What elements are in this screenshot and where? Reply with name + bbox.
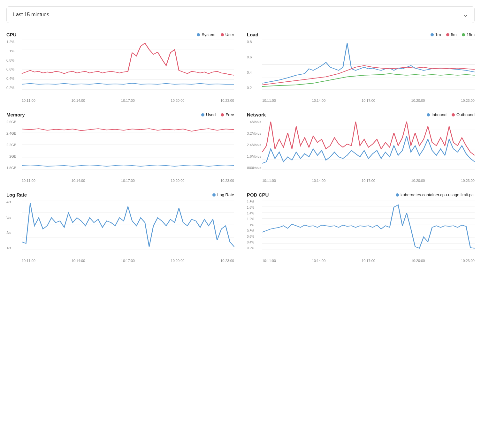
memory-chart-title: Memory <box>6 112 25 117</box>
load-svg-wrapper <box>262 40 475 90</box>
pod-cpu-y-axis: 1.8% 1.6% 1.4% 1.2% 1% 0.8% 0.6% 0.4% 0.… <box>247 200 254 250</box>
pod-cpu-svg <box>262 200 475 250</box>
cpu-chart-area: 1.2% 1% 0.8% 0.6% 0.4% 0.2% <box>6 40 234 97</box>
cpu-svg <box>22 40 234 90</box>
pod-cpu-chart-title: POD CPU <box>247 192 269 198</box>
cpu-chart-title: CPU <box>6 32 17 37</box>
memory-legend-used: Used <box>201 112 216 117</box>
memory-x-axis: 10:11:00 10:14:00 10:17:00 10:20:00 10:2… <box>6 179 234 183</box>
cpu-chart-panel: CPU System User 1.2% 1% 0.8% 0.6% 0.4% 0… <box>6 32 234 102</box>
cpu-legend-system: System <box>197 32 215 37</box>
load-y-axis: 0.8 0.6 0.4 0.2 <box>247 40 252 90</box>
load-legend: 1m 5m 15m <box>431 32 475 37</box>
log-rate-svg-wrapper <box>22 200 234 250</box>
time-selector-label: Last 15 mintues <box>13 12 49 18</box>
log-rate-legend: Log Rate <box>212 192 234 197</box>
log-rate-chart-panel: Log Rate Log Rate 4/s 3/s 2/s 1/s <box>6 192 234 263</box>
time-selector[interactable]: Last 15 mintues ⌄ <box>6 6 475 23</box>
memory-y-axis: 2.6GB 2.4GB 2.2GB 2GB 1.8GB <box>6 120 16 170</box>
log-rate-legend-item: Log Rate <box>212 192 234 197</box>
load-chart-title: Load <box>247 32 258 37</box>
chevron-down-icon: ⌄ <box>463 11 468 18</box>
network-legend-inbound: Inbound <box>427 112 447 117</box>
cpu-svg-wrapper <box>22 40 234 90</box>
cpu-x-axis: 10:11:00 10:14:00 10:17:00 10:20:00 10:2… <box>6 99 234 102</box>
pod-cpu-legend-item: kubernetes.container.cpu.usage.limit.pct <box>396 192 475 197</box>
cpu-legend: System User <box>197 32 234 37</box>
log-rate-svg <box>22 200 234 250</box>
pod-cpu-x-axis: 10:11:00 10:14:00 10:17:00 10:20:00 10:2… <box>247 259 475 263</box>
charts-grid: CPU System User 1.2% 1% 0.8% 0.6% 0.4% 0… <box>6 32 475 263</box>
log-rate-x-axis: 10:11:00 10:14:00 10:17:00 10:20:00 10:2… <box>6 259 234 263</box>
pod-cpu-svg-wrapper <box>262 200 475 250</box>
memory-chart-area: 2.6GB 2.4GB 2.2GB 2GB 1.8GB <box>6 120 234 177</box>
network-chart-panel: Network Inbound Outbound 4Mbit/s 3.2Mbit… <box>247 112 475 183</box>
memory-svg <box>22 120 234 170</box>
load-chart-panel: Load 1m 5m 15m 0.8 0.6 0.4 <box>247 32 475 102</box>
log-rate-y-axis: 4/s 3/s 2/s 1/s <box>6 200 11 250</box>
memory-legend: Used Free <box>201 112 234 117</box>
log-rate-chart-title: Log Rate <box>6 192 27 198</box>
memory-chart-header: Memory Used Free <box>6 112 234 117</box>
load-chart-area: 0.8 0.6 0.4 0.2 <box>247 40 475 97</box>
load-legend-15m: 15m <box>462 32 475 37</box>
cpu-system-dot <box>197 33 200 36</box>
network-x-axis: 10:11:00 10:14:00 10:17:00 10:20:00 10:2… <box>247 179 475 183</box>
network-chart-area: 4Mbit/s 3.2Mbit/s 2.4Mbit/s 1.6Mbit/s 80… <box>247 120 475 177</box>
network-chart-title: Network <box>247 112 266 117</box>
network-legend: Inbound Outbound <box>427 112 475 117</box>
network-legend-outbound: Outbound <box>452 112 475 117</box>
cpu-user-label: User <box>225 32 234 37</box>
load-chart-header: Load 1m 5m 15m <box>247 32 475 37</box>
cpu-user-dot <box>221 33 224 36</box>
network-svg <box>262 120 475 170</box>
log-rate-chart-area: 4/s 3/s 2/s 1/s <box>6 200 234 258</box>
pod-cpu-chart-area: 1.8% 1.6% 1.4% 1.2% 1% 0.8% 0.6% 0.4% 0.… <box>247 200 475 258</box>
log-rate-chart-header: Log Rate Log Rate <box>6 192 234 198</box>
pod-cpu-chart-panel: POD CPU kubernetes.container.cpu.usage.l… <box>247 192 475 263</box>
network-y-axis: 4Mbit/s 3.2Mbit/s 2.4Mbit/s 1.6Mbit/s 80… <box>247 120 261 170</box>
network-chart-header: Network Inbound Outbound <box>247 112 475 117</box>
load-legend-1m: 1m <box>431 32 441 37</box>
load-svg <box>262 40 475 90</box>
memory-legend-free: Free <box>221 112 234 117</box>
memory-svg-wrapper <box>22 120 234 170</box>
pod-cpu-legend: kubernetes.container.cpu.usage.limit.pct <box>396 192 475 197</box>
pod-cpu-chart-header: POD CPU kubernetes.container.cpu.usage.l… <box>247 192 475 198</box>
cpu-system-label: System <box>202 32 215 37</box>
load-legend-5m: 5m <box>446 32 457 37</box>
memory-chart-panel: Memory Used Free 2.6GB 2.4GB 2.2GB 2GB 1… <box>6 112 234 183</box>
cpu-y-axis: 1.2% 1% 0.8% 0.6% 0.4% 0.2% <box>6 40 14 90</box>
load-x-axis: 10:11:00 10:14:00 10:17:00 10:20:00 10:2… <box>247 99 475 102</box>
network-svg-wrapper <box>262 120 475 170</box>
cpu-legend-user: User <box>221 32 234 37</box>
cpu-chart-header: CPU System User <box>6 32 234 37</box>
